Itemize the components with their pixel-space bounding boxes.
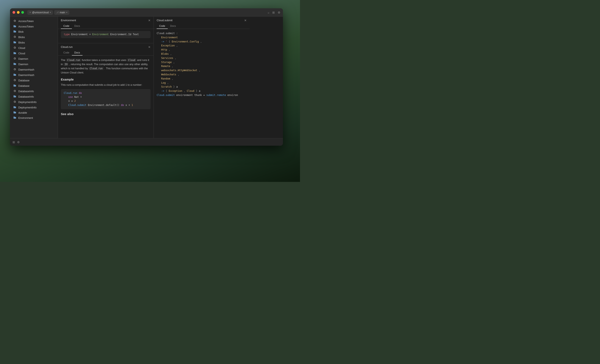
close-button[interactable] — [12, 11, 15, 14]
sidebar-item-daemonhash-1[interactable]: DaemonHash — [10, 67, 58, 73]
cs-line-5: Http , — [157, 48, 247, 52]
sidebar-item-daemon-1[interactable]: Daemon — [10, 56, 58, 62]
settings-bottom-icon[interactable]: ⚙ — [17, 140, 20, 144]
sidebar-item-label-blobs-2: Blobs — [18, 41, 25, 44]
cloud-run-intro: The Cloud.run function takes a computati… — [61, 58, 151, 75]
sidebar-item-access-token-2[interactable]: AccessToken — [10, 24, 58, 29]
folder-icon — [13, 84, 17, 87]
sidebar-item-databaseinfo-2[interactable]: DatabaseInfo — [10, 94, 58, 99]
cloud-submit-panel-header: Cloud.submit ✕ — [154, 17, 250, 22]
sidebar-item-cloud-1[interactable]: Cloud — [10, 45, 58, 51]
cloud-submit-code-view: Cloud.submit : Environment -> ' { Enviro… — [154, 29, 250, 138]
folder-icon — [13, 95, 17, 98]
sidebar-item-label-deploymentinfo-2: DeploymentInfo — [18, 106, 37, 109]
env-default: Environment.default() — [88, 104, 121, 107]
environment-panel-header: Environment ✕ — [58, 17, 154, 22]
left-panel: Environment ✕ Code Docs type Environment… — [58, 17, 154, 138]
code-cloud-run-2: Cloud.run — [89, 67, 103, 70]
folder-icon — [13, 73, 17, 77]
traffic-lights — [12, 11, 24, 14]
code-env-name: Environment — [71, 33, 89, 36]
branch-tab[interactable]: ⎇ main ▾ — [54, 10, 69, 15]
sidebar-item-access-token-1[interactable]: AccessToken — [10, 18, 58, 24]
sidebar-item-environment-1[interactable]: Environment — [10, 115, 58, 120]
num-1: 1 — [131, 104, 133, 107]
x-var: x — [68, 100, 71, 102]
panels-area: Environment ✕ Code Docs type Environment… — [58, 17, 283, 138]
example-desc: This runs a computation that submits a c… — [61, 83, 151, 87]
term-icon — [13, 19, 17, 23]
cs-line-12: Random , — [157, 77, 247, 81]
tab-cloud-run-code[interactable]: Code — [61, 50, 72, 55]
layout-icon[interactable]: ⊞ — [272, 11, 275, 14]
sidebar-item-label-cloud-2: Cloud — [18, 52, 25, 55]
repo-tab-arrow: ▾ — [50, 11, 51, 14]
search-icon[interactable]: ⌕ — [268, 11, 269, 14]
sidebar-item-label-daemonhash-2: DaemonHash — [18, 74, 34, 77]
sidebar-item-label-daemonhash-1: DaemonHash — [18, 68, 34, 71]
folder-icon — [13, 52, 17, 55]
code-line-2: use Nat + — [64, 95, 148, 99]
tab-cloud-submit-docs[interactable]: Docs — [168, 24, 178, 29]
titlebar-actions: ⌕ ⊞ ⚙ — [268, 11, 281, 14]
repo-tab[interactable]: ✕ @unison/cloud ▾ — [27, 10, 53, 15]
sidebar-item-databaseinfo-1[interactable]: DatabaseInfo — [10, 89, 58, 94]
repo-tab-label: @unison/cloud — [32, 11, 49, 14]
folder-icon — [13, 63, 17, 66]
use-kw: use — [68, 96, 73, 99]
minimize-button[interactable] — [17, 11, 19, 14]
sidebar-item-database-1[interactable]: Database — [10, 78, 58, 83]
environment-panel-body: type Environment = Environment Environme… — [58, 29, 154, 43]
tab-environment-code[interactable]: Code — [61, 24, 72, 29]
cs-line-1: Cloud.submit : — [157, 31, 247, 36]
cloud-submit-close-button[interactable]: ✕ — [244, 19, 247, 22]
sidebar-item-durable-1[interactable]: durable — [10, 110, 58, 115]
sidebar-item-cloud-2[interactable]: Cloud — [10, 51, 58, 56]
cs-line-11: WebSockets , — [157, 73, 247, 77]
folder-icon — [13, 30, 17, 33]
sidebar-item-label-access-token-2: AccessToken — [18, 25, 34, 28]
sidebar-item-label-environment-1: Environment — [18, 117, 33, 119]
tab-cloud-submit-code[interactable]: Code — [157, 24, 168, 29]
cloud-run-panel-tabs: Code Docs — [58, 48, 154, 55]
sidebar-item-label-blobs-1: Blobs — [18, 36, 25, 39]
sidebar-item-deploymentinfo-1[interactable]: DeploymentInfo — [10, 99, 58, 105]
sidebar-item-blob-1[interactable]: Blob — [10, 29, 58, 34]
sidebar-item-daemon-2[interactable]: Daemon — [10, 62, 58, 67]
sidebar-item-label-databaseinfo-2: DatabaseInfo — [18, 95, 34, 98]
cloud-run-panel-header: Cloud.run ✕ — [58, 43, 154, 48]
cloud-run-fn: Cloud.run — [64, 91, 77, 94]
sidebar-item-label-daemon-1: Daemon — [18, 57, 28, 60]
cloud-run-panel: Cloud.run ✕ Code Docs The Cloud.run func… — [58, 43, 154, 138]
settings-icon[interactable]: ⚙ — [278, 11, 281, 14]
cs-line-13: Log , — [157, 81, 247, 85]
example-code-block: Cloud.run do use Nat + x — [61, 89, 151, 109]
cs-line-8: Storage , — [157, 60, 247, 64]
see-also-heading: See also — [61, 112, 151, 116]
cloud-submit-panel-tabs: Code Docs — [154, 22, 250, 29]
maximize-button[interactable] — [21, 11, 24, 14]
cs-line-15: -> { Exception , Cloud } a — [157, 89, 247, 93]
environment-close-button[interactable]: ✕ — [148, 19, 151, 22]
sidebar-item-daemonhash-2[interactable]: DaemonHash — [10, 73, 58, 78]
cloud-submit-panel-title: Cloud.submit — [157, 19, 172, 22]
sidebar-item-blobs-1[interactable]: Blobs — [10, 34, 58, 40]
tab-environment-docs[interactable]: Docs — [72, 24, 83, 29]
code-env-id: Environment.Id — [110, 33, 133, 36]
cloud-run-close-button[interactable]: ✕ — [148, 46, 151, 48]
indent-2 — [64, 96, 67, 99]
nat-id: Nat + — [74, 96, 82, 99]
code-env-val: Environment — [92, 33, 109, 36]
sidebar-item-database-2[interactable]: Database — [10, 83, 58, 89]
sidebar-item-label-cloud-1: Cloud — [18, 47, 25, 50]
code-line-1: Cloud.run do — [64, 91, 148, 95]
sidebar-item-deploymentinfo-2[interactable]: DeploymentInfo — [10, 105, 58, 110]
sidebar-item-label-databaseinfo-1: DatabaseInfo — [18, 90, 34, 93]
num-2: 2 — [74, 100, 76, 102]
panel-icon[interactable]: ⊞ — [12, 140, 15, 144]
tab-cloud-run-docs[interactable]: Docs — [72, 50, 83, 55]
indent-3 — [64, 100, 67, 102]
folder-icon — [13, 25, 17, 28]
sidebar-item-blobs-2[interactable]: Blobs — [10, 40, 58, 45]
bottombar: ⊞ ⚙ — [10, 138, 283, 146]
